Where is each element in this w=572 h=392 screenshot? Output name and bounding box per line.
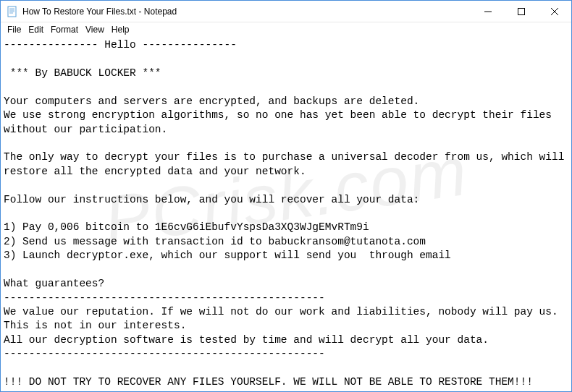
titlebar[interactable]: How To Restore Your Files.txt - Notepad [1, 1, 571, 22]
notepad-icon [7, 6, 18, 17]
minimize-icon [484, 8, 492, 15]
menu-view[interactable]: View [82, 24, 108, 35]
window-controls [471, 1, 571, 22]
svg-rect-6 [518, 8, 525, 14]
menu-help[interactable]: Help [108, 24, 133, 35]
menu-format[interactable]: Format [47, 24, 82, 35]
close-icon [551, 8, 558, 15]
text-area[interactable]: --------------- Hello --------------- **… [1, 37, 571, 391]
menu-file[interactable]: File [4, 24, 25, 35]
notepad-window: How To Restore Your Files.txt - Notepad … [0, 0, 572, 392]
minimize-button[interactable] [471, 1, 505, 22]
menubar: File Edit Format View Help [1, 22, 571, 37]
maximize-button[interactable] [505, 1, 538, 22]
menu-edit[interactable]: Edit [25, 24, 47, 35]
close-button[interactable] [538, 1, 571, 22]
maximize-icon [518, 8, 525, 15]
window-title: How To Restore Your Files.txt - Notepad [22, 7, 471, 17]
